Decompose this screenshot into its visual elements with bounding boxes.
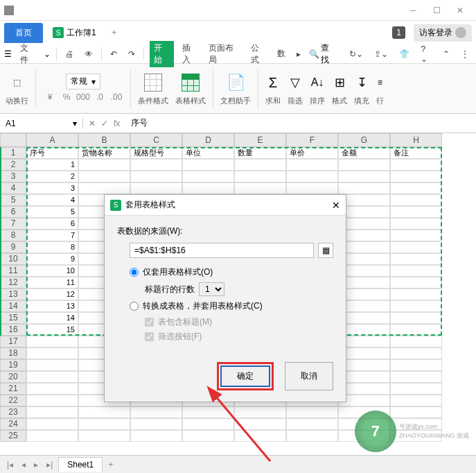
cell[interactable]: [78, 418, 130, 430]
qat-redo-icon[interactable]: ↷: [125, 48, 138, 60]
cell[interactable]: [338, 159, 390, 171]
row-header[interactable]: 25: [0, 430, 26, 442]
row-header[interactable]: 10: [0, 253, 26, 265]
row-header[interactable]: 15: [0, 312, 26, 324]
menu-search[interactable]: 🔍 查找: [309, 42, 335, 66]
cell[interactable]: [26, 395, 78, 406]
cell[interactable]: [78, 182, 130, 194]
dialog-close-button[interactable]: ✕: [332, 200, 340, 211]
range-input[interactable]: [130, 243, 314, 258]
cell[interactable]: 5: [26, 206, 78, 218]
cell[interactable]: 15: [26, 324, 78, 336]
fx-icon[interactable]: fx: [114, 119, 120, 128]
cell[interactable]: [390, 182, 442, 194]
cloud-sync-icon[interactable]: ↻⌄: [346, 48, 366, 60]
maximize-button[interactable]: ☐: [425, 2, 448, 19]
row-header[interactable]: 1: [0, 147, 26, 159]
row-header[interactable]: 2: [0, 159, 26, 171]
close-button[interactable]: ✕: [448, 2, 472, 19]
cell[interactable]: [130, 430, 182, 442]
row-header[interactable]: 9: [0, 241, 26, 253]
row-header[interactable]: 14: [0, 300, 26, 312]
column-header[interactable]: H: [390, 133, 442, 147]
ribbon-fill[interactable]: ↧ 填充: [354, 71, 369, 106]
cell[interactable]: [26, 430, 78, 442]
tab-workbook[interactable]: S 工作簿1: [46, 23, 103, 43]
cell[interactable]: 9: [26, 253, 78, 265]
ribbon-format[interactable]: ⊞ 格式: [332, 71, 347, 106]
menu-data[interactable]: 数: [274, 46, 288, 61]
cell[interactable]: [390, 253, 442, 265]
cell[interactable]: [234, 430, 286, 442]
cell[interactable]: [26, 406, 78, 418]
row-header[interactable]: 17: [0, 336, 26, 347]
menu-start[interactable]: 开始: [150, 41, 173, 67]
number-format-combo[interactable]: 常规 ▾: [66, 74, 100, 89]
sheet-nav-last-icon[interactable]: ▸|: [44, 460, 55, 470]
row-header[interactable]: 8: [0, 230, 26, 241]
collapse-ribbon-icon[interactable]: ⌃: [440, 48, 452, 60]
ribbon-row[interactable]: ≡ 行: [376, 71, 384, 106]
cancel-button[interactable]: 取消: [285, 362, 333, 390]
cell[interactable]: [234, 171, 286, 182]
name-box[interactable]: A1 ▾: [0, 119, 83, 128]
cell[interactable]: [390, 277, 442, 289]
hamburger-icon[interactable]: ☰: [4, 49, 12, 59]
ribbon-table-style[interactable]: 表格样式: [175, 71, 206, 106]
column-header[interactable]: E: [234, 133, 286, 147]
cell[interactable]: [130, 171, 182, 182]
cell[interactable]: 金额: [338, 147, 390, 159]
row-header[interactable]: 20: [0, 371, 26, 383]
skin-icon[interactable]: 👕: [396, 48, 412, 60]
sheet-nav-first-icon[interactable]: |◂: [4, 460, 16, 470]
menu-pagelayout[interactable]: 页面布局: [206, 41, 243, 67]
radio-style-only[interactable]: [130, 268, 139, 277]
ok-button[interactable]: 确定: [220, 366, 270, 387]
sheet-nav-prev-icon[interactable]: ◂: [19, 460, 28, 470]
notification-badge[interactable]: 1: [392, 26, 405, 39]
qat-save-icon[interactable]: 🖨: [62, 48, 76, 60]
ribbon-sort[interactable]: A↓ 排序: [310, 71, 325, 106]
qat-undo-icon[interactable]: ↶: [107, 48, 120, 60]
cell[interactable]: [78, 171, 130, 182]
help-icon[interactable]: ?⌄: [418, 43, 434, 65]
ribbon-filter[interactable]: ▽ 筛选: [288, 71, 303, 106]
cell[interactable]: [390, 359, 442, 371]
row-header[interactable]: 23: [0, 406, 26, 418]
cell[interactable]: [234, 159, 286, 171]
cell[interactable]: [390, 241, 442, 253]
row-header[interactable]: 21: [0, 383, 26, 395]
cell[interactable]: 数量: [234, 147, 286, 159]
row-header[interactable]: 22: [0, 395, 26, 406]
cell[interactable]: [338, 182, 390, 194]
cell[interactable]: 7: [26, 230, 78, 241]
comma-icon[interactable]: 000: [76, 91, 90, 103]
cell[interactable]: 1: [26, 159, 78, 171]
column-header[interactable]: A: [26, 133, 78, 147]
formula-bar[interactable]: 序号: [125, 117, 476, 129]
cell[interactable]: 规格型号: [130, 147, 182, 159]
cell[interactable]: [390, 312, 442, 324]
ribbon-cond-format[interactable]: 条件格式: [138, 71, 168, 106]
tab-home[interactable]: 首页: [4, 23, 43, 43]
cell[interactable]: [390, 371, 442, 383]
cell[interactable]: [286, 171, 338, 182]
cell[interactable]: [390, 265, 442, 277]
currency-icon[interactable]: ¥: [43, 91, 57, 103]
column-header[interactable]: B: [78, 133, 130, 147]
cell[interactable]: [390, 347, 442, 359]
cell[interactable]: [234, 406, 286, 418]
cell[interactable]: [390, 395, 442, 406]
sheet-tab-sheet1[interactable]: Sheet1: [58, 457, 103, 472]
qat-preview-icon[interactable]: 👁: [82, 48, 96, 60]
cell[interactable]: [26, 418, 78, 430]
column-header[interactable]: D: [182, 133, 234, 147]
row-header[interactable]: 13: [0, 289, 26, 300]
cell[interactable]: [182, 430, 234, 442]
column-header[interactable]: F: [286, 133, 338, 147]
select-all-corner[interactable]: [0, 133, 26, 147]
cell[interactable]: [286, 406, 338, 418]
menu-formula[interactable]: 公式: [248, 41, 269, 67]
row-header[interactable]: 3: [0, 171, 26, 182]
guest-login-button[interactable]: 访客登录: [414, 24, 472, 42]
